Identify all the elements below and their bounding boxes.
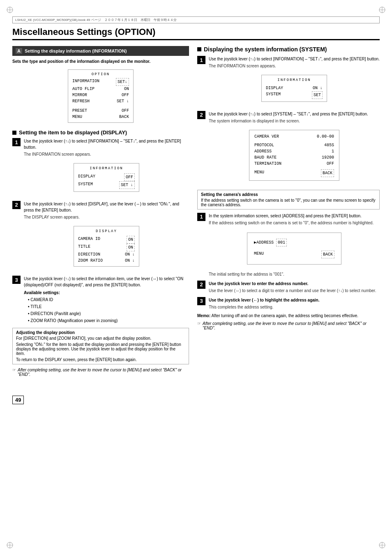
step3-left-text: Use the joystick lever (↑↓) to select th… — [24, 276, 183, 287]
step1-addr-content: In the system information screen, select… — [209, 213, 380, 277]
display-screen-container: DISPLAY CAMERA ID ON TITLE ON DIRECTION — [24, 223, 189, 269]
info-screen-2-title: INFORMATION — [266, 78, 323, 83]
option-screen-title: OPTION — [72, 72, 129, 76]
system-screen-container: CAMERA VER 0.00-00 PROTOCOL 485S ADDRESS… — [209, 127, 380, 183]
note-ref-right: ☞ After completing setting, use the leve… — [197, 321, 380, 330]
sys-row-1: CAMERA VER 0.00-00 — [254, 134, 334, 140]
step3-addr: 3 Use the joystick lever (←) to highligh… — [197, 297, 380, 310]
section-a-title: Setting the display information (INFORMA… — [25, 48, 127, 53]
info2-row-1: DISPLAY ON ↓ — [266, 85, 323, 91]
info-screen-1-container: INFORMATION DISPLAY OFF SYSTEM SET ↓ — [24, 161, 189, 194]
step3-addr-content: Use the joystick lever (←) to highlight … — [209, 297, 380, 310]
option-row-2: AUTO FLIP ON — [72, 86, 129, 92]
step2-right-content: Use the joystick lever (↑↓) to select [S… — [209, 111, 380, 187]
step2-addr-num: 2 — [197, 281, 205, 289]
step2-left-sub: The DISPLAY screen appears. — [24, 214, 189, 220]
adjusting-text3: To return to the DISPLAY screen, press t… — [16, 357, 185, 362]
info-screen-2-container: INFORMATION DISPLAY ON ↓ SYSTEM SET — [209, 72, 380, 104]
step1-left-num: 1 — [12, 138, 21, 146]
step3-left-content: Use the joystick lever (↑↓) to select th… — [24, 276, 189, 325]
option-row-4: REFRESH SET ↓ — [72, 98, 129, 104]
step3-left: 3 Use the joystick lever (↑↓) to select … — [12, 276, 189, 325]
step2-right: 2 Use the joystick lever (↑↓) to select … — [197, 111, 380, 187]
info1-row-2: SYSTEM SET ↓ — [78, 181, 135, 189]
camera-address-box: Setting the camera's address If the addr… — [197, 190, 380, 210]
addr-value: 001 — [276, 239, 287, 246]
step1-right: 1 Use the joystick lever (↑↓) to select … — [197, 56, 380, 108]
page-number-container: 49 — [12, 387, 380, 404]
step3-addr-num: 3 — [197, 297, 205, 305]
display-row-1: CAMERA ID ON — [78, 236, 135, 244]
addr-screen: ▶ADDRESS 001 MENU BACK — [247, 233, 341, 265]
display-row-3: DIRECTION ON ↓ — [78, 251, 135, 258]
corner-bl — [6, 541, 14, 549]
note-ref-symbol-right: ☞ — [197, 321, 201, 326]
step2-addr-text: Use the joystick lever to enter the addr… — [209, 281, 308, 286]
system-screen: CAMERA VER 0.00-00 PROTOCOL 485S ADDRESS… — [249, 130, 339, 181]
step2-left: 2 Use the joystick lever (↑↓) to select … — [12, 201, 189, 273]
step2-left-text: Use the joystick lever (↑↓) to select [D… — [24, 202, 179, 212]
main-content: A Setting the display information (INFOR… — [12, 46, 380, 379]
option-row-3: MIRROR OFF — [72, 92, 129, 98]
section-a-desc: Sets the type and position of the inform… — [12, 59, 189, 64]
sys-row-6: TERMINATION OFF — [254, 161, 334, 167]
section-display-title: Setting the item to be displayed (DISPLA… — [19, 129, 127, 136]
addr-initial: The initial setting for the address is "… — [209, 271, 380, 277]
memo-line: Memo: After turning off and on the camer… — [197, 313, 380, 318]
black-square-icon — [12, 131, 16, 135]
step3-left-num: 3 — [12, 276, 21, 284]
section-a-header: A Setting the display information (INFOR… — [12, 46, 189, 56]
display-screen: DISPLAY CAMERA ID ON TITLE ON DIRECTION — [74, 226, 139, 267]
page-container: LSHU2_XE (VCC-MC600P_MC500P)(GB).book 49… — [0, 0, 392, 555]
step1-left-content: Use the joystick lever (↑↓) to select [I… — [24, 138, 189, 198]
section-display-heading: Setting the item to be displayed (DISPLA… — [12, 129, 189, 136]
addr-row: ▶ADDRESS 001 — [254, 239, 334, 246]
addr-screen-container: ▶ADDRESS 001 MENU BACK — [209, 229, 380, 268]
bullet-2: TITLE — [28, 304, 189, 310]
option-row-5: PRESET OFF — [72, 108, 129, 114]
page-title: Miscellaneous Settings (OPTION) — [12, 27, 380, 40]
step1-right-sub: The INFORMATION screen appears. — [209, 63, 380, 69]
corner-tr — [378, 6, 386, 14]
bullet-1: CAMERA ID — [28, 297, 189, 303]
section-system-heading: Displaying the system information (SYSTE… — [197, 46, 380, 53]
section-system-title: Displaying the system information (SYSTE… — [204, 46, 327, 53]
step1-addr-text: In the system information screen, select… — [209, 214, 362, 218]
note-ref-text-right: After completing setting, use the lever … — [203, 321, 380, 330]
bullet-3: DIRECTION (Pan/tilt angle) — [28, 311, 189, 317]
avail-settings-label: Available settings: — [24, 290, 189, 296]
step2-addr: 2 Use the joystick lever to enter the ad… — [197, 281, 380, 294]
step3-addr-sub: This completes the address setting. — [209, 304, 380, 310]
sys-row-4: ADDRESS 1 — [254, 148, 334, 154]
option-row-1: INFORMATION SET↓ — [72, 78, 129, 86]
step1-addr: 1 In the system information screen, sele… — [197, 213, 380, 277]
step1-right-text: Use the joystick lever (↑↓) to select [I… — [209, 57, 380, 61]
step2-addr-sub: Use the lever (↔) to select a digit to e… — [209, 288, 380, 294]
corner-tl — [6, 6, 14, 14]
camera-address-text: If the address setting switch on the cam… — [201, 198, 376, 207]
info-screen-1: INFORMATION DISPLAY OFF SYSTEM SET ↓ — [74, 163, 139, 192]
adjusting-box: Adjusting the display position For [DIRE… — [12, 328, 189, 364]
info2-row-2: SYSTEM SET — [266, 91, 323, 99]
adjusting-title: Adjusting the display position — [16, 330, 185, 335]
sys-row-5: BAUD RATE 19200 — [254, 154, 334, 161]
step2-left-num: 2 — [12, 201, 21, 209]
step2-addr-content: Use the joystick lever to enter the addr… — [209, 281, 380, 294]
note-ref-left: ☞ After completing setting, use the leve… — [12, 368, 189, 377]
step2-right-text: Use the joystick lever (↑↓) to select [S… — [209, 112, 368, 116]
step1-right-num: 1 — [197, 56, 205, 64]
bullet-4: ZOOM RATIO (Magnification power in zoomi… — [28, 318, 189, 324]
display-row-4: ZOOM RATIO ON ↓ — [78, 258, 135, 264]
sys-row-8: MENU BACK — [254, 169, 334, 177]
corner-br — [378, 541, 386, 549]
addr-menu-row: MENU BACK — [254, 251, 334, 258]
camera-address-title: Setting the camera's address — [201, 192, 376, 197]
step2-right-sub: The system information is displayed in t… — [209, 118, 380, 124]
display-screen-title: DISPLAY — [78, 229, 135, 235]
addr-label: ▶ADDRESS — [254, 240, 274, 246]
step3-addr-text: Use the joystick lever (←) to highlight … — [209, 298, 320, 302]
bullet-list: CAMERA ID TITLE DIRECTION (Pan/tilt angl… — [28, 297, 189, 324]
col-left: A Setting the display information (INFOR… — [12, 46, 189, 379]
black-square-icon-2 — [197, 47, 201, 51]
note-ref-text-left: After completing setting, use the lever … — [18, 368, 189, 377]
